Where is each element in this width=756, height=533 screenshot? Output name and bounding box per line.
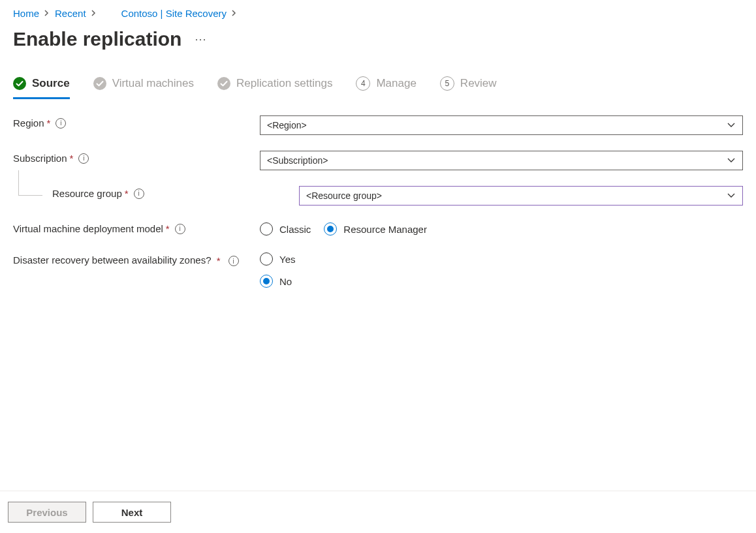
tab-source[interactable]: Source [13, 77, 70, 98]
select-value: <Resource group> [306, 190, 382, 201]
wizard-footer: Previous Next [0, 491, 756, 533]
radio-label: No [279, 276, 292, 287]
label-subscription: Subscription * i [13, 151, 260, 164]
chevron-right-icon [227, 9, 242, 18]
radio-resource-manager[interactable]: Resource Manager [324, 222, 427, 236]
form: Region * i <Region> Subscription * i <Su… [13, 115, 743, 491]
select-value: <Subscription> [267, 155, 328, 166]
wizard-tabs: Source Virtual machines Replication sett… [13, 76, 743, 99]
row-resource-group: Resource group * i <Resource group> [13, 186, 743, 206]
tab-manage[interactable]: 4 Manage [356, 76, 416, 99]
tab-label: Manage [376, 77, 416, 90]
required-asterisk: * [70, 153, 74, 164]
tab-label: Review [460, 77, 497, 90]
check-circle-icon [217, 77, 230, 90]
chevron-right-icon [39, 9, 55, 18]
radio-checked-icon [324, 222, 337, 236]
required-asterisk: * [47, 117, 51, 129]
chevron-down-icon [727, 192, 736, 199]
required-asterisk: * [166, 223, 170, 234]
previous-button[interactable]: Previous [8, 502, 86, 523]
label-region: Region * i [13, 115, 260, 129]
breadcrumb-recent[interactable]: Recent [55, 8, 86, 19]
required-asterisk: * [217, 255, 221, 266]
page-title: Enable replication [13, 28, 181, 50]
radio-classic[interactable]: Classic [260, 222, 311, 236]
chevron-right-icon [86, 9, 102, 18]
label-deployment-model: Virtual machine deployment model * i [13, 221, 260, 234]
deployment-model-radio-group: Classic Resource Manager [260, 221, 427, 236]
breadcrumb-home[interactable]: Home [13, 8, 39, 19]
dr-between-zones-radio-group: Yes No [260, 251, 295, 288]
info-icon[interactable]: i [228, 256, 239, 266]
radio-label: Resource Manager [343, 224, 427, 235]
breadcrumb: Home Recent Contoso | Site Recovery [13, 8, 743, 19]
tree-connector-line [18, 170, 42, 196]
tab-label: Source [32, 77, 70, 90]
required-asterisk: * [125, 188, 129, 199]
radio-dr-yes[interactable]: Yes [260, 252, 295, 266]
radio-unchecked-icon [260, 222, 273, 236]
label-text: Region [13, 117, 44, 129]
check-circle-icon [13, 77, 26, 90]
label-text: Disaster recovery between availability z… [13, 254, 211, 266]
page-header: Enable replication ··· [13, 28, 743, 50]
row-subscription: Subscription * i <Subscription> [13, 151, 743, 170]
svg-point-1 [93, 77, 106, 90]
select-value: <Region> [267, 120, 307, 130]
info-icon[interactable]: i [134, 189, 144, 199]
chevron-down-icon [727, 157, 736, 164]
label-text: Subscription [13, 153, 67, 164]
more-actions-button[interactable]: ··· [195, 33, 206, 46]
check-circle-icon [93, 77, 106, 90]
info-icon[interactable]: i [55, 118, 66, 129]
svg-point-2 [217, 77, 230, 90]
radio-label: Classic [279, 224, 311, 235]
label-resource-group: Resource group * i [13, 186, 299, 199]
svg-point-0 [13, 77, 26, 90]
row-region: Region * i <Region> [13, 115, 743, 135]
tab-label: Virtual machines [112, 77, 194, 90]
radio-unchecked-icon [260, 252, 273, 266]
chevron-down-icon [727, 122, 736, 129]
info-icon[interactable]: i [175, 224, 185, 234]
step-number-icon: 4 [356, 76, 370, 91]
label-dr-between-zones: Disaster recovery between availability z… [13, 251, 260, 268]
subscription-select[interactable]: <Subscription> [260, 151, 743, 170]
step-number-icon: 5 [440, 76, 454, 91]
row-dr-between-zones: Disaster recovery between availability z… [13, 251, 743, 288]
tab-label: Replication settings [236, 77, 332, 90]
next-button[interactable]: Next [93, 502, 171, 523]
label-text: Resource group [52, 188, 122, 199]
row-deployment-model: Virtual machine deployment model * i Cla… [13, 221, 743, 236]
radio-checked-icon [260, 275, 273, 288]
tab-replication-settings[interactable]: Replication settings [217, 77, 332, 98]
info-icon[interactable]: i [78, 153, 89, 164]
radio-dr-no[interactable]: No [260, 275, 292, 288]
tab-review[interactable]: 5 Review [440, 76, 497, 99]
resource-group-select[interactable]: <Resource group> [299, 186, 743, 206]
region-select[interactable]: <Region> [260, 115, 743, 135]
tab-virtual-machines[interactable]: Virtual machines [93, 77, 194, 98]
label-text: Virtual machine deployment model [13, 223, 163, 234]
radio-label: Yes [279, 254, 295, 265]
breadcrumb-contoso-site-recovery[interactable]: Contoso | Site Recovery [121, 8, 227, 19]
